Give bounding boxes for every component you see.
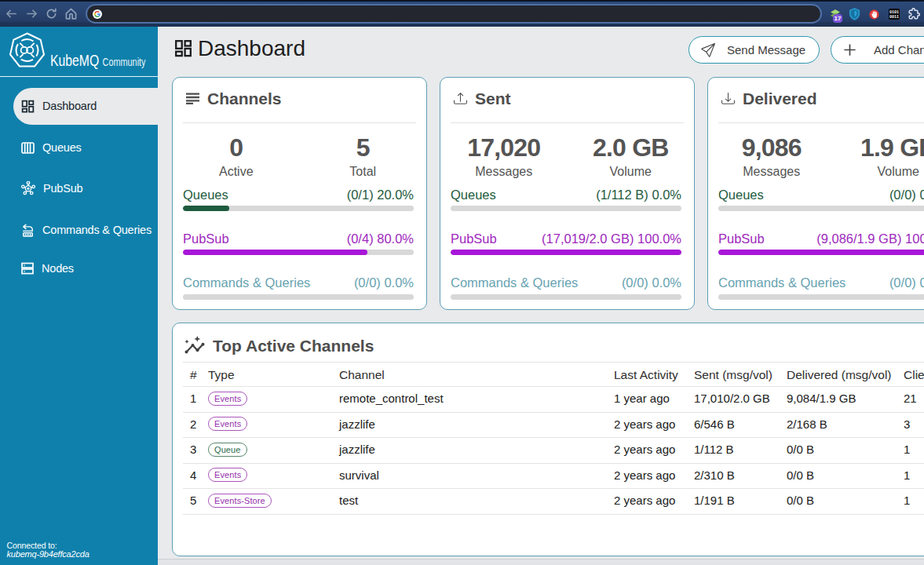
- svg-text:0011: 0011: [889, 15, 899, 20]
